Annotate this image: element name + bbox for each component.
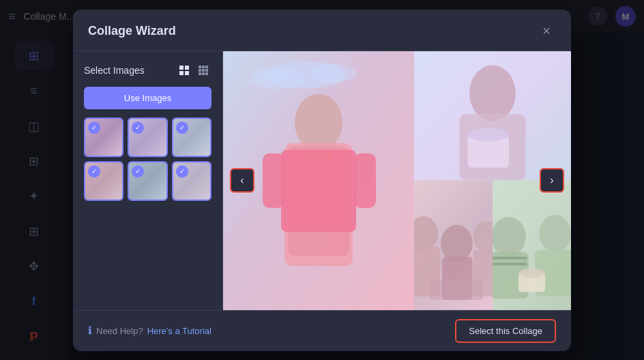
svg-rect-42 — [493, 257, 527, 260]
collage-layout — [223, 51, 571, 310]
svg-rect-21 — [281, 150, 356, 232]
svg-point-16 — [308, 64, 356, 83]
select-collage-button[interactable]: Select this Collage — [455, 319, 556, 343]
svg-point-31 — [441, 225, 473, 262]
modal-body: Select Images — [73, 51, 571, 310]
info-icon: ℹ — [88, 324, 92, 337]
next-collage-button[interactable]: › — [540, 168, 564, 193]
check-icon-1: ✓ — [88, 122, 100, 134]
svg-rect-3 — [185, 71, 189, 75]
svg-point-15 — [250, 67, 305, 89]
svg-point-38 — [493, 217, 526, 256]
svg-rect-12 — [205, 72, 208, 75]
svg-rect-9 — [205, 69, 208, 72]
check-icon-6: ✓ — [176, 165, 188, 178]
modal-footer: ℹ Need Help? Here's a Tutorial Select th… — [73, 310, 571, 351]
chevron-right-icon: › — [550, 174, 553, 186]
help-label: Need Help? — [96, 326, 143, 336]
check-icon-3: ✓ — [176, 122, 188, 134]
modal-header: Collage Wizard × — [73, 10, 571, 51]
collage-cell-br-right — [493, 180, 571, 310]
thumbnail-6[interactable]: ✓ — [172, 161, 211, 201]
modal-title: Collage Wizard — [88, 24, 176, 38]
collage-cell-br-left — [414, 180, 493, 310]
svg-rect-23 — [354, 153, 376, 208]
view-toggle — [176, 62, 211, 79]
svg-rect-43 — [493, 263, 527, 266]
select-images-label: Select Images — [84, 65, 145, 76]
select-images-header: Select Images — [84, 62, 211, 79]
prev-collage-button[interactable]: ‹ — [230, 168, 254, 193]
modal-overlay: Collage Wizard × Select Images — [0, 0, 644, 360]
svg-rect-0 — [179, 66, 184, 70]
collage-wizard-modal: Collage Wizard × Select Images — [73, 10, 571, 351]
help-section: ℹ Need Help? Here's a Tutorial — [88, 324, 211, 337]
check-icon-2: ✓ — [132, 122, 144, 134]
svg-rect-36 — [430, 280, 483, 300]
modal-close-button[interactable]: × — [537, 22, 556, 41]
check-icon-4: ✓ — [88, 165, 100, 178]
collage-cell-top-right — [414, 51, 571, 181]
thumbnails-grid: ✓ ✓ ✓ ✓ — [84, 117, 211, 202]
svg-rect-5 — [202, 66, 205, 68]
svg-point-17 — [295, 94, 342, 151]
chevron-left-icon: ‹ — [240, 174, 244, 186]
svg-rect-7 — [199, 69, 201, 72]
grid-3-view-button[interactable] — [195, 62, 211, 79]
svg-rect-11 — [202, 72, 205, 75]
thumbnail-1[interactable]: ✓ — [84, 117, 123, 157]
svg-rect-1 — [185, 66, 189, 70]
thumbnail-3[interactable]: ✓ — [172, 117, 211, 157]
svg-point-45 — [518, 268, 545, 278]
svg-rect-8 — [202, 69, 205, 72]
use-images-button[interactable]: Use Images — [84, 87, 211, 109]
collage-cell-bottom-right — [414, 180, 571, 310]
svg-rect-22 — [263, 153, 284, 208]
svg-rect-10 — [199, 72, 201, 75]
svg-rect-2 — [179, 71, 184, 75]
thumbnail-2[interactable]: ✓ — [128, 117, 167, 157]
thumbnail-5[interactable]: ✓ — [128, 161, 167, 201]
grid-2-view-button[interactable] — [176, 62, 192, 79]
svg-point-28 — [468, 128, 510, 141]
tutorial-link[interactable]: Here's a Tutorial — [147, 326, 211, 336]
svg-rect-6 — [205, 66, 208, 68]
collage-preview-panel: ‹ — [223, 51, 571, 310]
thumbnail-4[interactable]: ✓ — [84, 161, 123, 201]
svg-rect-4 — [199, 66, 201, 68]
left-panel: Select Images — [73, 51, 223, 310]
svg-point-39 — [539, 215, 571, 252]
svg-point-25 — [469, 65, 516, 121]
